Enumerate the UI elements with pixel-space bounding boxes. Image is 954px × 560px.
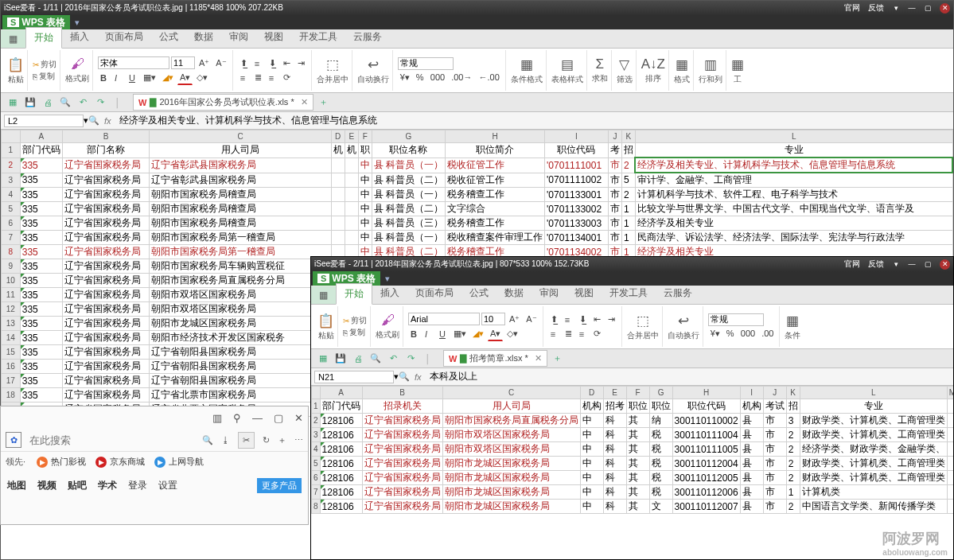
- cell[interactable]: [345, 216, 358, 231]
- align-right-icon[interactable]: ≡: [267, 72, 279, 84]
- cell[interactable]: 朝阳市经济技术开发区国家税务: [150, 331, 331, 345]
- header-cell[interactable]: 职位代码: [545, 143, 609, 158]
- cell[interactable]: 335: [20, 245, 62, 259]
- cell[interactable]: 128106: [320, 428, 362, 442]
- cell[interactable]: 辽宁省国家税务局: [362, 414, 442, 428]
- cut-icon[interactable]: ✂: [33, 60, 39, 69]
- cell[interactable]: 经济学及相关专业、计算机科学与技术、信息管理与信息系统: [635, 158, 952, 173]
- cell[interactable]: 中: [580, 457, 603, 471]
- cell[interactable]: 辽宁省朝阳县国家税务局: [150, 345, 331, 360]
- cell[interactable]: [947, 500, 953, 514]
- cell[interactable]: 335: [20, 345, 62, 360]
- cell[interactable]: 辽宁省国家税务局: [62, 388, 150, 402]
- cell[interactable]: 科: [603, 428, 626, 442]
- font-size[interactable]: [171, 56, 195, 69]
- nav-link[interactable]: 登录: [128, 479, 147, 492]
- cell[interactable]: 128106: [320, 442, 362, 457]
- cell[interactable]: 审计学、金融学、工商管理: [635, 173, 952, 188]
- col-hdr[interactable]: L: [800, 387, 947, 399]
- cell[interactable]: 朝阳市双塔区国家税务局: [442, 442, 580, 457]
- cell[interactable]: 128106: [320, 485, 362, 500]
- header-cell[interactable]: 招录机关: [362, 399, 442, 414]
- col-hdr[interactable]: C: [150, 130, 331, 143]
- cell[interactable]: 税务稽查工作: [446, 188, 545, 202]
- cell[interactable]: 财政学类、计算机类、工商管理类: [800, 414, 947, 428]
- header-cell[interactable]: 职位: [626, 399, 649, 414]
- font-select-2[interactable]: [408, 313, 480, 325]
- cell[interactable]: 朝阳市龙城区国家税务局: [442, 471, 580, 485]
- cell[interactable]: '0701133001: [545, 188, 609, 202]
- cell[interactable]: 335: [20, 288, 62, 302]
- col-hdr[interactable]: B: [362, 387, 442, 399]
- cell[interactable]: 朝阳市双塔区国家税务局: [150, 288, 331, 302]
- cell[interactable]: 2: [786, 442, 800, 457]
- cell[interactable]: 128106: [320, 500, 362, 514]
- cell[interactable]: [331, 231, 345, 245]
- cell[interactable]: 朝阳市龙城区国家税务局: [442, 457, 580, 471]
- col-hdr[interactable]: K: [786, 387, 800, 399]
- header-cell[interactable]: 考试: [763, 399, 786, 414]
- cell[interactable]: 辽宁省国家税务局: [62, 274, 150, 288]
- header-cell[interactable]: 职位简介: [446, 143, 545, 158]
- cell[interactable]: 县 科普员（二）: [372, 202, 445, 216]
- cell[interactable]: 朝阳市国家税务局车辆购置税征: [150, 259, 331, 274]
- currency-icon[interactable]: ¥▾: [398, 71, 412, 84]
- col-hdr[interactable]: H: [672, 387, 740, 399]
- cell[interactable]: 科: [603, 500, 626, 514]
- cell[interactable]: 300110112005: [672, 471, 740, 485]
- align-mid-icon[interactable]: ≡: [252, 57, 265, 70]
- cell[interactable]: 128106: [320, 471, 362, 485]
- sort-icon[interactable]: A↓Z: [641, 56, 665, 72]
- cell[interactable]: 辽宁省国家税务局: [62, 317, 150, 331]
- cell[interactable]: 朝阳市双塔区国家税务局: [150, 302, 331, 317]
- menu-tab[interactable]: 插入: [372, 283, 407, 304]
- close-icon-3[interactable]: ✕: [294, 412, 303, 424]
- cell[interactable]: 税收征管工作: [446, 158, 545, 173]
- cell[interactable]: [947, 428, 953, 442]
- col-hdr[interactable]: H: [446, 130, 545, 143]
- app-dropdown-icon[interactable]: ▾: [70, 18, 84, 28]
- cell[interactable]: 辽宁省国家税务局: [62, 202, 150, 216]
- cell[interactable]: 335: [20, 331, 62, 345]
- cell[interactable]: 辽宁省国家税务局: [62, 173, 150, 188]
- copy-icon-2[interactable]: ⎘: [343, 329, 348, 337]
- cell[interactable]: 县: [740, 414, 763, 428]
- menu-tab[interactable]: 开发工具: [602, 283, 656, 304]
- qat-print-icon[interactable]: 🖨: [41, 95, 55, 110]
- header-cell[interactable]: 机: [331, 143, 345, 158]
- align-center-icon[interactable]: ≣: [252, 71, 265, 84]
- col-hdr[interactable]: G: [372, 130, 445, 143]
- cell[interactable]: 朝阳市国家税务局直属税务分局: [150, 274, 331, 288]
- cell[interactable]: 民商法学、诉讼法学、经济法学、国际法学、宪法学与行政法学: [635, 231, 952, 245]
- cell[interactable]: 朝阳市国家税务局稽查局: [150, 202, 331, 216]
- menu-tab[interactable]: 页面布局: [97, 27, 151, 48]
- cell[interactable]: 其: [626, 457, 649, 471]
- cell[interactable]: 朝阳市国家税务局第一稽查局: [150, 231, 331, 245]
- search-input[interactable]: [29, 434, 194, 446]
- cell[interactable]: 335: [20, 374, 62, 388]
- col-hdr[interactable]: D: [580, 387, 603, 399]
- cell[interactable]: [331, 158, 345, 173]
- cell[interactable]: 科: [603, 457, 626, 471]
- cell[interactable]: [947, 457, 953, 471]
- header-cell[interactable]: 职位: [649, 399, 672, 414]
- minimize-icon-2[interactable]: —: [908, 260, 916, 268]
- quick-link[interactable]: ▶上网导航: [154, 456, 204, 468]
- maximize-icon-2[interactable]: ▢: [924, 260, 932, 268]
- nav-link[interactable]: 设置: [158, 479, 177, 492]
- cell[interactable]: 朝阳市龙城区国家税务局: [442, 485, 580, 500]
- cell[interactable]: 财政学类、计算机类、工商管理类: [800, 428, 947, 442]
- qat-undo-icon[interactable]: ↶: [76, 95, 90, 110]
- cell[interactable]: 县 科普员（三）: [372, 216, 445, 231]
- cell[interactable]: 335: [20, 274, 62, 288]
- cell[interactable]: 辽宁省朝阳县国家税务局: [150, 374, 331, 388]
- cell[interactable]: 纳: [649, 414, 672, 428]
- cell[interactable]: 中: [580, 485, 603, 500]
- scissors-icon[interactable]: ✂: [238, 432, 255, 449]
- more-products-btn[interactable]: 更多产品: [257, 478, 302, 493]
- cell[interactable]: 市: [763, 471, 786, 485]
- cell[interactable]: 2: [786, 500, 800, 514]
- clear-fmt-btn[interactable]: ◇▾: [194, 71, 210, 84]
- filter-icon[interactable]: ▽: [619, 56, 629, 73]
- underline-btn[interactable]: U: [127, 72, 139, 84]
